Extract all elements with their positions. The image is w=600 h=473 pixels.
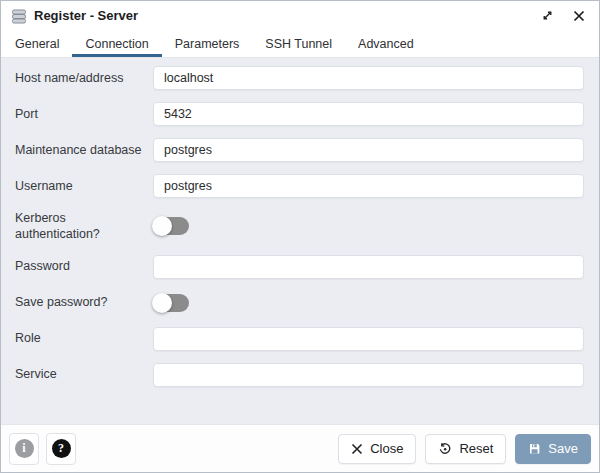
save-password-label: Save password?	[15, 294, 153, 310]
host-name-address-control	[153, 66, 584, 90]
help-button[interactable]: ?	[46, 433, 76, 465]
save-password-control	[153, 294, 584, 312]
host-name-address-label: Host name/address	[15, 70, 153, 86]
server-stack-icon	[11, 8, 27, 24]
info-button[interactable]: i	[9, 433, 39, 465]
service-input[interactable]	[153, 363, 584, 387]
toggle-knob	[152, 216, 172, 236]
kerberos-authentication-toggle[interactable]	[153, 217, 189, 235]
password-control	[153, 255, 584, 279]
tab-connection[interactable]: Connection	[72, 30, 161, 57]
toggle-knob	[152, 293, 172, 313]
tab-advanced[interactable]: Advanced	[345, 30, 427, 57]
reset-button-label: Reset	[459, 441, 493, 456]
service-label: Service	[15, 366, 153, 382]
reset-button[interactable]: Reset	[425, 434, 506, 464]
maximize-icon[interactable]	[539, 8, 555, 24]
close-x-icon	[351, 443, 363, 455]
username-label: Username	[15, 178, 153, 194]
kerberos-authentication-label: Kerberos authentication?	[15, 210, 153, 243]
maintenance-database-label: Maintenance database	[15, 142, 153, 158]
host-name-address-input[interactable]	[153, 66, 584, 90]
save-button-label: Save	[548, 441, 578, 456]
save-floppy-icon	[528, 442, 541, 455]
kerberos-authentication-control	[153, 217, 584, 235]
form-row-port: Port	[15, 102, 584, 126]
port-label: Port	[15, 106, 153, 122]
username-input[interactable]	[153, 174, 584, 198]
tab-ssh-tunnel[interactable]: SSH Tunnel	[252, 30, 345, 57]
form-row-kerberos-authentication: Kerberos authentication?	[15, 210, 584, 243]
form-row-maintenance-database: Maintenance database	[15, 138, 584, 162]
port-control	[153, 102, 584, 126]
password-input[interactable]	[153, 255, 584, 279]
role-input[interactable]	[153, 327, 584, 351]
footer-actions: Close Reset	[338, 434, 591, 464]
form-fields: Host name/addressPortMaintenance databas…	[1, 58, 599, 424]
form-row-service: Service	[15, 363, 584, 387]
form-row-host-name-address: Host name/address	[15, 66, 584, 90]
username-control	[153, 174, 584, 198]
close-button-label: Close	[370, 441, 403, 456]
dialog-title: Register - Server	[34, 8, 138, 23]
role-label: Role	[15, 330, 153, 346]
port-input[interactable]	[153, 102, 584, 126]
tab-parameters[interactable]: Parameters	[162, 30, 253, 57]
close-button[interactable]: Close	[338, 434, 416, 464]
tab-bar: GeneralConnectionParametersSSH TunnelAdv…	[1, 30, 599, 58]
save-button[interactable]: Save	[515, 434, 591, 464]
reset-icon	[438, 442, 452, 456]
form-row-password: Password	[15, 255, 584, 279]
save-password-toggle[interactable]	[153, 294, 189, 312]
form-row-username: Username	[15, 174, 584, 198]
titlebar-controls	[539, 8, 587, 24]
help-icon: ?	[52, 439, 71, 458]
role-control	[153, 327, 584, 351]
close-icon[interactable]	[571, 8, 587, 24]
service-control	[153, 363, 584, 387]
maintenance-database-input[interactable]	[153, 138, 584, 162]
maintenance-database-control	[153, 138, 584, 162]
password-label: Password	[15, 258, 153, 274]
form-row-save-password: Save password?	[15, 291, 584, 315]
register-server-dialog: Register - Server GeneralConnectionParam…	[0, 0, 600, 473]
form-row-role: Role	[15, 327, 584, 351]
titlebar: Register - Server	[1, 1, 599, 30]
tab-general[interactable]: General	[2, 30, 72, 57]
footer: i ? Close	[1, 424, 599, 472]
info-icon: i	[15, 439, 34, 458]
